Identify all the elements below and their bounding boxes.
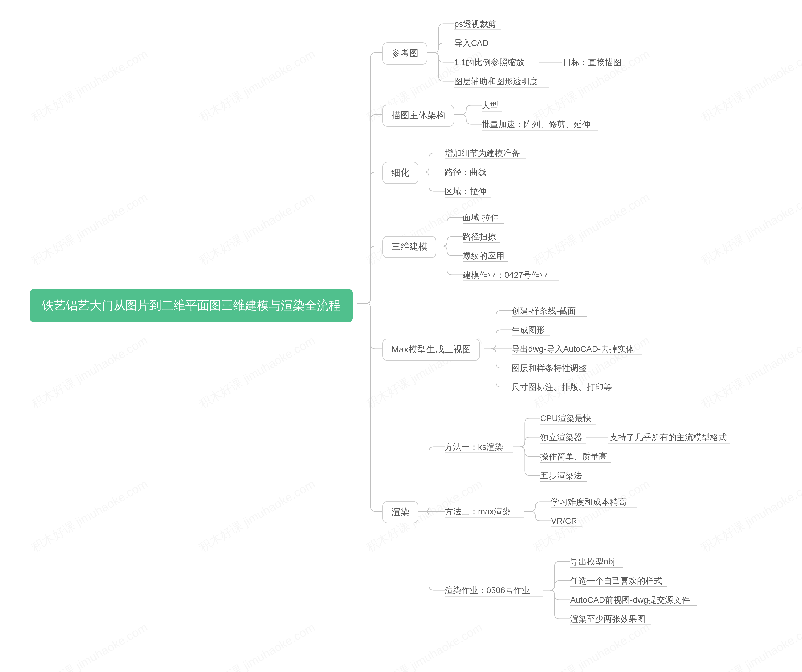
leaf-export-obj: 导出模型obj [570, 556, 615, 569]
leaf-dimension-layout: 尺寸图标注、排版、打印等 [511, 381, 612, 394]
leaf-support-formats: 支持了几乎所有的主流模型格式 [610, 431, 727, 444]
leaf-layer-adjust: 图层和样条特性调整 [511, 362, 587, 375]
leaf-big-shape: 大型 [482, 99, 498, 112]
leaf-add-detail: 增加细节为建模准备 [445, 147, 520, 160]
leaf-import-cad: 导入CAD [454, 37, 489, 50]
leaf-target-trace: 目标：直接描图 [563, 56, 621, 69]
leaf-region-pull: 面域-拉伸 [462, 212, 499, 225]
sub-method-ks[interactable]: 方法一：ks渲染 [445, 441, 503, 454]
leaf-hw-0427: 建模作业：0427号作业 [462, 269, 548, 282]
root-node[interactable]: 铁艺铝艺大门从图片到二维平面图三维建模与渲染全流程 [30, 289, 352, 322]
leaf-path-sweep: 路径扫掠 [462, 231, 496, 244]
leaf-autocad-front: AutoCAD前视图-dwg提交源文件 [570, 594, 690, 607]
leaf-easy-quality: 操作简单、质量高 [540, 451, 607, 464]
branch-refine[interactable]: 细化 [382, 162, 418, 184]
branch-3d-modeling[interactable]: 三维建模 [382, 236, 436, 258]
leaf-difficulty-cost: 学习难度和成本稍高 [551, 496, 626, 509]
sub-render-hw[interactable]: 渲染作业：0506号作业 [445, 584, 530, 597]
leaf-cpu-fastest: CPU渲染最快 [540, 412, 592, 425]
leaf-scale-1-1: 1:1的比例参照缩放 [454, 56, 524, 69]
leaf-thread-apply: 螺纹的应用 [462, 250, 504, 263]
leaf-choose-style: 任选一个自己喜欢的样式 [570, 575, 662, 588]
leaf-ps-crop: ps透视裁剪 [454, 18, 496, 31]
leaf-standalone-renderer: 独立渲染器 [540, 431, 582, 444]
leaf-spline-section: 创建-样条线-截面 [511, 305, 576, 318]
sub-method-max[interactable]: 方法二：max渲染 [445, 506, 511, 519]
branch-trace-structure[interactable]: 描图主体架构 [382, 105, 454, 127]
leaf-export-dwg: 导出dwg-导入AutoCAD-去掉实体 [511, 343, 634, 356]
leaf-vr-cr: VR/CR [551, 515, 577, 527]
leaf-region-extrude: 区域：拉伸 [445, 185, 487, 198]
leaf-layer-opacity: 图层辅助和图形透明度 [454, 75, 538, 89]
branch-reference-image[interactable]: 参考图 [382, 42, 427, 65]
leaf-five-step: 五步渲染法 [540, 470, 582, 483]
leaf-batch-accel: 批量加速：阵列、修剪、延伸 [482, 118, 590, 131]
leaf-path-curve: 路径：曲线 [445, 166, 487, 179]
branch-max-three-view[interactable]: Max模型生成三视图 [382, 339, 480, 361]
leaf-gen-shape: 生成图形 [511, 324, 545, 337]
branch-render[interactable]: 渲染 [382, 501, 418, 523]
leaf-render-two: 渲染至少两张效果图 [570, 613, 645, 626]
